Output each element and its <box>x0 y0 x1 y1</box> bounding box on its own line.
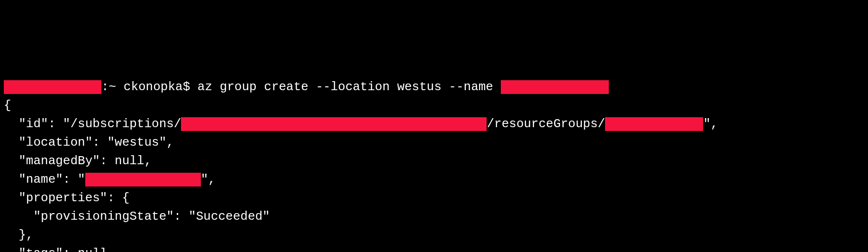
json-location-line: "location": "westus", <box>4 133 864 152</box>
json-brace-open: { <box>4 96 864 115</box>
json-name-key: "name": " <box>18 172 85 187</box>
redacted-hostname <box>4 80 101 94</box>
prompt-user: ckonopka <box>124 80 183 94</box>
json-id-key: "id": "/subscriptions/ <box>18 117 181 131</box>
json-tags-line: "tags": null, <box>4 244 864 252</box>
prompt-line: :~ ckonopka$ az group create --location … <box>4 78 864 96</box>
json-properties-open: "properties": { <box>4 189 864 207</box>
redacted-name-value <box>85 173 201 187</box>
prompt-path: :~ <box>101 80 124 94</box>
terminal-output: :~ ckonopka$ az group create --location … <box>4 78 864 252</box>
json-managedby-line: "managedBy": null, <box>4 152 864 170</box>
json-name-line: "name": "", <box>4 170 864 189</box>
json-id-line: "id": "/subscriptions//resourceGroups/", <box>4 115 864 133</box>
json-provisioning-line: "provisioningState": "Succeeded" <box>4 207 864 226</box>
command-text: az group create --location westus --name <box>198 80 501 94</box>
json-properties-close: }, <box>4 226 864 244</box>
json-name-end: ", <box>201 172 216 187</box>
redacted-resource-group <box>605 117 703 131</box>
redacted-subscription-id <box>181 117 487 131</box>
redacted-group-name <box>501 80 609 94</box>
json-id-mid: /resourceGroups/ <box>487 117 605 131</box>
prompt-char: $ <box>183 80 198 94</box>
json-id-end: ", <box>703 117 718 131</box>
